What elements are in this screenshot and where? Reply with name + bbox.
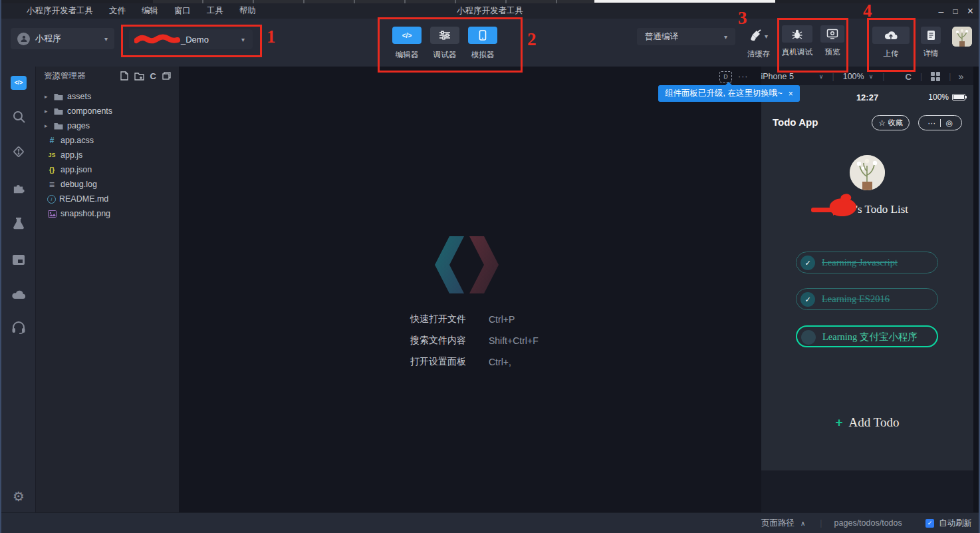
menu-item-file[interactable]: 文件 xyxy=(109,5,126,17)
acss-file-icon: # xyxy=(46,136,58,145)
search-icon[interactable] xyxy=(11,108,27,124)
settings-gear-icon[interactable]: ⚙ xyxy=(11,488,27,504)
explorer-actions: C xyxy=(120,71,171,81)
minimize-icon[interactable]: – xyxy=(939,6,944,17)
device-selector[interactable]: iPhone 5 xyxy=(761,72,794,81)
tree-item-components[interactable]: ▸ components xyxy=(36,104,179,118)
broom-icon xyxy=(749,29,763,43)
cloud-icon[interactable] xyxy=(11,286,27,302)
git-icon[interactable] xyxy=(11,144,27,160)
tree-item-label: components xyxy=(67,106,112,116)
todo-text: Learning Javascript xyxy=(822,252,898,273)
caret-down-icon: ▾ xyxy=(104,35,108,43)
shortcut-label: 打开设置面板 xyxy=(410,356,477,368)
chevron-down-icon[interactable]: ∨ xyxy=(869,73,874,80)
details-label: 详情 xyxy=(923,49,939,59)
collapse-icon[interactable]: ∧ xyxy=(800,520,805,527)
tree-item-label: assets xyxy=(67,92,91,101)
close-icon[interactable]: × xyxy=(967,5,973,17)
menubar: 小程序开发者工具 文件 编辑 窗口 工具 帮助 xyxy=(27,3,256,19)
simulator-view-toggle[interactable]: 模拟器 xyxy=(468,27,497,60)
relaunch-icon[interactable]: ◎ xyxy=(945,118,952,128)
component-panel-icon[interactable]: D xyxy=(719,71,732,83)
favorite-capsule-button[interactable]: ☆ 收藏 xyxy=(872,115,910,130)
divider: | xyxy=(820,518,822,528)
menu-item-window[interactable]: 窗口 xyxy=(174,5,191,17)
todo-item[interactable]: Learning 支付宝小程序 xyxy=(796,325,938,347)
shortcut-hints: 快速打开文件 Ctrl+P 搜索文件内容 Shift+Ctrl+F 打开设置面板… xyxy=(410,309,539,373)
rail-editor-icon[interactable]: </> xyxy=(11,75,27,90)
preview-button[interactable]: 预览 xyxy=(819,25,846,57)
add-todo-button[interactable]: + Add Todo xyxy=(761,415,973,430)
divider: | xyxy=(882,72,884,81)
more-icon[interactable]: ··· xyxy=(927,118,935,128)
window-title: 小程序开发者工具 xyxy=(457,3,523,19)
upload-button[interactable]: 上传 xyxy=(872,27,910,59)
new-folder-icon[interactable] xyxy=(134,72,144,81)
app-type-dropdown[interactable]: 小程序 ▾ xyxy=(11,28,114,49)
project-name-suffix: _Demo xyxy=(181,35,209,45)
clear-cache-button[interactable]: ▾ 清缓存 xyxy=(741,27,776,59)
support-headset-icon[interactable] xyxy=(11,319,27,335)
tooltip-close-icon[interactable]: × xyxy=(789,89,793,98)
details-button[interactable]: 详情 xyxy=(919,27,942,59)
folder-icon xyxy=(53,93,64,100)
check-circle-icon[interactable]: ✓ xyxy=(800,292,815,307)
menu-item-edit[interactable]: 编辑 xyxy=(142,5,158,17)
tree-item-snapshot[interactable]: snapshot.png xyxy=(36,206,179,221)
empty-circle-icon[interactable] xyxy=(801,330,816,345)
todo-item[interactable]: ✓ Learning ES2016 xyxy=(796,288,938,310)
tree-item-label: snapshot.png xyxy=(61,209,110,218)
refresh-icon[interactable]: C xyxy=(150,71,156,81)
check-circle-icon[interactable]: ✓ xyxy=(800,256,815,270)
grid-layout-icon[interactable] xyxy=(931,72,940,81)
page-path-label[interactable]: 页面路径 xyxy=(761,518,795,529)
shortcut-row: 快速打开文件 Ctrl+P xyxy=(410,309,539,330)
todo-item[interactable]: ✓ Learning Javascript xyxy=(796,252,938,273)
chevron-right-icon[interactable]: ▸ xyxy=(45,122,53,129)
menu-item-help[interactable]: 帮助 xyxy=(239,5,256,17)
tree-item-label: README.md xyxy=(59,194,108,204)
tree-item-app-json[interactable]: {} app.json xyxy=(36,162,179,177)
new-file-icon[interactable] xyxy=(120,71,128,81)
star-icon: ☆ xyxy=(878,118,886,128)
collapse-all-icon[interactable] xyxy=(162,72,171,80)
maximize-icon[interactable]: □ xyxy=(953,7,957,16)
remote-debug-button[interactable]: 真机调试 xyxy=(779,25,816,57)
auto-refresh-checkbox[interactable]: ✓ xyxy=(925,519,934,528)
project-dropdown[interactable]: _Demo ▾ xyxy=(129,29,253,49)
app-type-label: 小程序 xyxy=(35,33,61,45)
code-icon: </> xyxy=(392,27,422,44)
tree-item-debug-log[interactable]: ≣ debug.log xyxy=(36,177,179,192)
more-icon[interactable]: ··· xyxy=(738,72,749,81)
user-avatar[interactable] xyxy=(952,27,972,47)
file-explorer-panel: 资源管理器 C ▸ assets ▸ components ▸ xyxy=(36,67,179,512)
refresh-icon[interactable]: C xyxy=(906,72,912,82)
user-photo-avatar xyxy=(850,155,885,190)
shortcut-keys: Shift+Ctrl+F xyxy=(489,335,539,346)
panel-window-icon[interactable] xyxy=(11,252,27,267)
menu-item-tools[interactable]: 工具 xyxy=(207,5,223,17)
debugger-view-toggle[interactable]: 调试器 xyxy=(430,27,459,60)
chevron-right-icon[interactable]: ▸ xyxy=(45,93,53,100)
chevron-down-icon[interactable]: ∨ xyxy=(819,73,824,80)
chevron-right-icon[interactable]: ▸ xyxy=(45,108,53,114)
tree-item-app-js[interactable]: JS app.js xyxy=(36,148,179,162)
expand-panel-icon[interactable]: » xyxy=(958,71,963,82)
view-label: 模拟器 xyxy=(471,50,495,60)
activity-bar: </> ⚙ xyxy=(1,67,36,512)
plugin-puzzle-icon[interactable] xyxy=(11,180,27,196)
tree-item-readme[interactable]: i README.md xyxy=(36,192,179,206)
test-flask-icon[interactable] xyxy=(11,216,27,232)
zoom-selector[interactable]: 100% xyxy=(843,72,864,81)
tree-item-pages[interactable]: ▸ pages xyxy=(36,118,179,133)
menu-item-app[interactable]: 小程序开发者工具 xyxy=(27,5,93,17)
tree-item-assets[interactable]: ▸ assets xyxy=(36,89,179,104)
panel-edge xyxy=(973,67,980,512)
log-file-icon: ≣ xyxy=(46,180,58,189)
mini-program-ide-window: 小程序开发者工具 文件 编辑 窗口 工具 帮助 小程序开发者工具 – □ × 小… xyxy=(0,0,980,533)
tree-item-app-acss[interactable]: # app.acss xyxy=(36,133,179,148)
editor-view-toggle[interactable]: </> 编辑器 xyxy=(392,27,422,60)
divider xyxy=(940,119,941,127)
compile-mode-dropdown[interactable]: 普通编译 ▾ xyxy=(637,28,735,45)
